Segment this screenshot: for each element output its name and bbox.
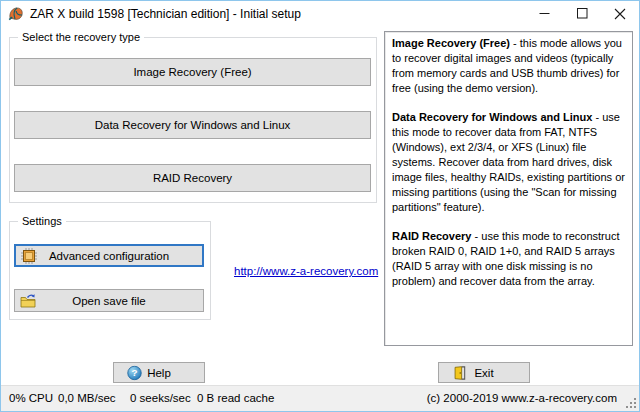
open-save-file-label: Open save file	[72, 295, 146, 307]
raid-recovery-button[interactable]: RAID Recovery	[14, 164, 371, 192]
maximize-icon	[577, 8, 588, 19]
zar-window: ZAR X build 1598 [Technician edition] - …	[0, 0, 640, 412]
info-paragraph-title: Image Recovery (Free)	[392, 37, 510, 49]
title-bar: ZAR X build 1598 [Technician edition] - …	[1, 1, 639, 26]
folder-open-icon	[20, 293, 36, 309]
resize-grip[interactable]	[625, 397, 637, 409]
image-recovery-button[interactable]: Image Recovery (Free)	[14, 58, 371, 86]
help-button[interactable]: ? Help	[113, 362, 205, 383]
open-save-file-button[interactable]: Open save file	[14, 289, 204, 312]
maximize-button[interactable]	[563, 1, 601, 26]
info-paragraph-title: RAID Recovery	[392, 230, 471, 242]
settings-group-label: Settings	[18, 215, 66, 228]
question-circle-icon: ?	[127, 365, 142, 380]
chip-icon	[21, 248, 37, 264]
exit-button[interactable]: Exit	[438, 362, 530, 383]
minimize-icon	[539, 8, 550, 19]
minimize-button[interactable]	[525, 1, 563, 26]
info-paragraph: Data Recovery for Windows and Linux - us…	[392, 110, 626, 215]
status-throughput: 0,0 MB/sec	[58, 386, 116, 411]
status-read-cache: 0 B read cache	[197, 386, 274, 411]
status-bar: 0% CPU 0,0 MB/sec 0 seeks/sec 0 B read c…	[1, 385, 639, 411]
status-cpu: 0% CPU	[9, 386, 53, 411]
svg-text:?: ?	[131, 367, 137, 378]
status-copyright: (c) 2000-2019 www.z-a-recovery.com	[427, 386, 617, 411]
info-paragraph: RAID Recovery - use this mode to reconst…	[392, 229, 626, 289]
status-seeks: 0 seeks/sec	[130, 386, 191, 411]
window-title: ZAR X build 1598 [Technician edition] - …	[30, 7, 301, 21]
close-button[interactable]	[601, 1, 639, 26]
exit-label: Exit	[474, 367, 493, 379]
advanced-configuration-label: Advanced configuration	[49, 250, 169, 262]
info-paragraph-body: - use this mode to recover data from FAT…	[392, 111, 625, 213]
door-exit-icon	[452, 365, 467, 380]
data-recovery-button[interactable]: Data Recovery for Windows and Linux	[14, 111, 371, 139]
recovery-type-group-label: Select the recovery type	[18, 31, 144, 44]
help-label: Help	[147, 367, 171, 379]
info-panel: Image Recovery (Free) - this mode allows…	[384, 31, 633, 346]
website-link[interactable]: http://www.z-a-recovery.com	[234, 265, 378, 277]
close-icon	[614, 8, 626, 20]
app-icon	[8, 6, 24, 22]
info-paragraph-title: Data Recovery for Windows and Linux	[392, 111, 592, 123]
advanced-configuration-button[interactable]: Advanced configuration	[14, 244, 204, 267]
window-controls	[525, 1, 639, 26]
info-paragraph: Image Recovery (Free) - this mode allows…	[392, 36, 626, 96]
